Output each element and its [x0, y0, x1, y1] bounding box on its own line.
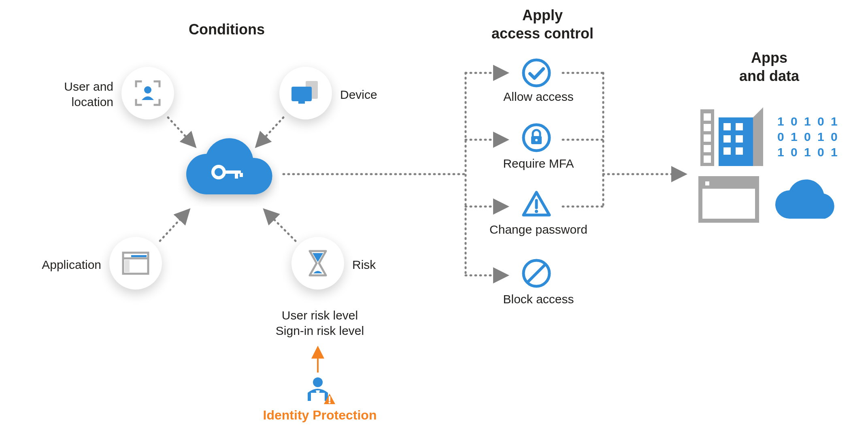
binary-data-icon: 1 0 1 0 1 0 0 1 0 1 0 1 1 0 1 0 1 0: [777, 115, 842, 159]
svg-marker-40: [753, 107, 763, 166]
node-application: [109, 237, 162, 290]
building-icon: [719, 107, 763, 166]
svg-point-0: [144, 86, 151, 94]
apps-and-data-cluster: 1 0 1 0 1 0 0 1 0 1 0 1 1 0 1 0 1 0: [696, 97, 842, 227]
svg-text:1 0 1 0 1 0: 1 0 1 0 1 0: [777, 145, 842, 159]
identity-protection-icon: [304, 377, 336, 405]
label-user-and-location: User and location: [28, 79, 113, 109]
svg-rect-15: [223, 170, 241, 174]
central-cloud: [178, 134, 279, 207]
label-block-access: Block access: [486, 292, 591, 307]
svg-rect-39: [736, 147, 743, 155]
node-risk: [291, 237, 344, 290]
application-window-icon: [121, 251, 150, 275]
svg-rect-31: [704, 145, 711, 152]
svg-rect-7: [125, 260, 130, 272]
svg-rect-6: [131, 255, 147, 257]
svg-rect-37: [736, 135, 743, 143]
svg-rect-36: [723, 135, 731, 143]
svg-rect-34: [723, 123, 731, 130]
svg-point-24: [535, 210, 538, 213]
svg-rect-28: [704, 113, 711, 121]
label-identity-protection: Identity Protection: [243, 407, 397, 423]
svg-line-26: [528, 264, 545, 282]
arrow-risk-to-cloud: [265, 211, 296, 241]
label-change-password: Change password: [478, 222, 599, 237]
film-strip-icon: [700, 109, 714, 166]
heading-conditions: Conditions: [146, 20, 308, 38]
allow-access-icon: [520, 57, 553, 89]
cloud-key-icon: [178, 134, 279, 207]
svg-point-8: [313, 377, 323, 387]
label-risk-detail: User risk level Sign-in risk level: [259, 308, 381, 338]
svg-rect-30: [704, 134, 711, 142]
user-focus-icon: [134, 79, 162, 107]
node-device: [279, 67, 332, 119]
heading-apply-access-control: Apply access control: [470, 6, 615, 43]
svg-point-13: [329, 402, 331, 404]
svg-rect-29: [704, 124, 711, 131]
svg-rect-16: [235, 173, 238, 179]
svg-text:1 0 1 0 1 0: 1 0 1 0 1 0: [777, 115, 842, 128]
label-allow-access: Allow access: [486, 89, 591, 104]
heading-apps-and-data: Apps and data: [696, 49, 842, 85]
svg-rect-3: [298, 101, 305, 104]
svg-rect-46: [705, 181, 709, 185]
label-application: Application: [16, 257, 101, 273]
hourglass-icon: [308, 249, 328, 277]
svg-rect-17: [240, 173, 243, 177]
label-device: Device: [340, 87, 421, 102]
arrow-application-to-cloud: [160, 211, 188, 241]
cloud-icon: [775, 179, 834, 219]
app-window-icon: [700, 178, 757, 221]
svg-rect-32: [704, 155, 711, 163]
svg-point-21: [535, 139, 538, 141]
conditional-access-diagram: Conditions Apply access control Apps and…: [0, 0, 868, 426]
svg-text:0 1 0 1 0 1: 0 1 0 1 0 1: [777, 130, 842, 143]
svg-rect-2: [291, 87, 312, 101]
require-mfa-icon: [520, 121, 553, 154]
svg-rect-35: [736, 123, 743, 130]
block-access-icon: [520, 257, 553, 290]
svg-rect-38: [723, 147, 731, 155]
label-require-mfa: Require MFA: [486, 156, 591, 171]
change-password-icon: [520, 188, 553, 221]
node-user-and-location: [121, 67, 174, 119]
svg-point-18: [523, 60, 549, 86]
device-icon: [289, 81, 322, 105]
label-risk: Risk: [352, 257, 417, 273]
